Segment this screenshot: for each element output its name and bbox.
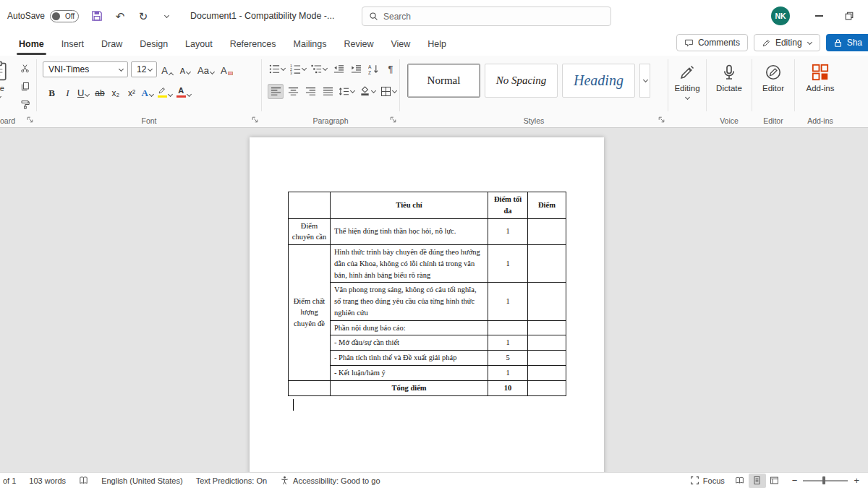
table-cell[interactable]: - Kết luận/hàm ý (331, 365, 488, 380)
search-input[interactable] (383, 12, 604, 22)
table-cell[interactable] (289, 192, 331, 219)
grow-font-button[interactable]: A (160, 61, 175, 77)
table-cell[interactable] (528, 365, 566, 380)
align-center-button[interactable] (285, 84, 301, 99)
table-cell[interactable] (528, 245, 566, 283)
underline-button[interactable]: U (76, 84, 91, 100)
subscript-button[interactable]: x₂ (108, 84, 123, 100)
table-cell[interactable]: 1 (488, 365, 528, 380)
search-box[interactable] (362, 7, 611, 26)
comments-button[interactable]: Comments (676, 34, 748, 51)
align-left-button[interactable] (268, 84, 284, 99)
paste-button[interactable]: te (0, 60, 14, 100)
table-cell[interactable]: Điểm tối đa (488, 192, 528, 219)
table-cell[interactable]: Thể hiện đúng tinh thần học hỏi, nỗ lực. (331, 218, 488, 245)
shrink-font-button[interactable]: A (178, 61, 193, 77)
align-right-button[interactable] (302, 84, 318, 99)
page-indicator[interactable]: of 1 (3, 476, 22, 485)
sort-button[interactable] (365, 61, 381, 77)
zoom-in-button[interactable]: + (854, 475, 859, 486)
superscript-button[interactable]: x² (124, 84, 139, 100)
style-card-heading[interactable]: Heading (562, 64, 635, 98)
tab-review[interactable]: Review (335, 34, 382, 56)
language-indicator[interactable]: English (United States) (95, 476, 190, 485)
styles-gallery-more-button[interactable] (639, 64, 650, 98)
table-cell[interactable]: Văn phong trong sáng, không có câu tối n… (331, 283, 488, 320)
tab-mailings[interactable]: Mailings (285, 34, 336, 56)
editing-mode-button[interactable]: Editing (754, 34, 820, 51)
table-cell[interactable] (528, 218, 566, 245)
table-cell[interactable] (289, 380, 331, 395)
change-case-button[interactable]: Aa (196, 61, 216, 77)
tab-references[interactable]: References (221, 34, 285, 56)
table-cell[interactable]: Điểm chuyên cần (289, 218, 331, 245)
print-layout-button[interactable] (749, 474, 766, 488)
tab-draw[interactable]: Draw (93, 34, 131, 56)
document-page[interactable]: Tiêu chí Điểm tối đa Điểm Điểm chuyên cầ… (250, 137, 604, 472)
tab-insert[interactable]: Insert (53, 34, 93, 56)
zoom-slider-thumb[interactable] (822, 476, 825, 484)
focus-button[interactable]: Focus (690, 476, 731, 485)
paragraph-dialog-launcher[interactable] (390, 116, 397, 124)
format-painter-button[interactable] (17, 98, 32, 111)
style-card-normal[interactable]: Normal (407, 64, 480, 98)
customize-qat-button[interactable] (157, 7, 176, 25)
table-cell[interactable] (528, 283, 566, 320)
table-cell[interactable]: 1 (488, 245, 528, 283)
table-cell[interactable]: 10 (488, 380, 528, 395)
strikethrough-button[interactable]: ab (92, 84, 107, 100)
share-button[interactable]: Sha (826, 34, 868, 51)
avatar[interactable]: NK (771, 7, 790, 25)
decrease-indent-button[interactable] (331, 61, 346, 77)
increase-indent-button[interactable] (348, 61, 364, 77)
table-cell[interactable]: 1 (488, 335, 528, 351)
autosave-toggle[interactable]: Off (50, 10, 79, 22)
shading-button[interactable] (358, 84, 378, 99)
table-cell[interactable]: Tiêu chí (331, 192, 488, 219)
tab-view[interactable]: View (382, 34, 419, 56)
editing-button[interactable]: Editing (674, 64, 699, 127)
table-cell[interactable]: 1 (488, 218, 528, 245)
font-color-button[interactable]: A (175, 84, 193, 100)
web-layout-button[interactable] (766, 474, 783, 488)
multilevel-list-button[interactable] (310, 61, 329, 77)
restore-window-button[interactable] (838, 4, 861, 27)
text-effects-button[interactable]: A (140, 84, 155, 100)
tab-help[interactable]: Help (419, 34, 455, 56)
word-count[interactable]: 103 words (22, 476, 72, 485)
minimize-button[interactable] (807, 4, 830, 27)
styles-dialog-launcher[interactable] (658, 116, 665, 124)
undo-button[interactable]: ↶ (111, 7, 129, 25)
tab-home[interactable]: Home (10, 34, 53, 56)
borders-button[interactable] (379, 84, 399, 99)
table-cell[interactable]: 1 (488, 283, 528, 320)
zoom-slider[interactable] (803, 480, 848, 481)
bullets-button[interactable] (268, 61, 287, 77)
table-cell[interactable] (488, 320, 528, 335)
tab-design[interactable]: Design (131, 34, 176, 56)
table-cell[interactable] (528, 320, 566, 335)
table-cell[interactable] (528, 380, 566, 395)
accessibility-checker[interactable]: Accessibility: Good to go (273, 476, 386, 485)
font-family-select[interactable]: VNI-Times (43, 61, 128, 77)
table-cell[interactable]: Hình thức trình bày chuyên đề đúng theo … (331, 245, 488, 283)
numbering-button[interactable] (289, 61, 308, 77)
line-spacing-button[interactable] (337, 84, 357, 99)
show-hide-marks-button[interactable]: ¶ (383, 61, 399, 77)
read-mode-button[interactable] (731, 474, 749, 488)
table-cell[interactable]: 5 (488, 351, 528, 366)
justify-button[interactable] (320, 84, 336, 99)
italic-button[interactable]: I (60, 84, 75, 100)
table-cell[interactable] (528, 335, 566, 351)
table-cell[interactable]: Tổng điểm (331, 380, 488, 395)
table-cell[interactable]: - Mở đầu/sự cần thiết (331, 335, 488, 351)
save-button[interactable] (88, 7, 106, 25)
tab-layout[interactable]: Layout (176, 34, 221, 56)
clear-formatting-button[interactable]: A (219, 61, 234, 77)
table-cell[interactable]: Phần nội dung báo cáo: (331, 320, 488, 335)
table-cell[interactable]: - Phân tích tình thế và Đề xuất giải phá… (331, 351, 488, 366)
table-cell[interactable] (528, 351, 566, 366)
style-card-no-spacing[interactable]: No Spacing (485, 64, 558, 98)
highlight-button[interactable] (156, 84, 174, 100)
text-predictions-indicator[interactable]: Text Predictions: On (190, 476, 273, 485)
